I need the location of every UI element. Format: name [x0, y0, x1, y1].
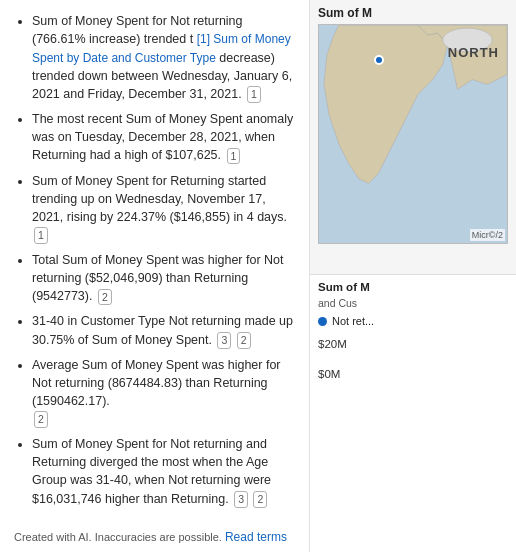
map-visual: NORTH Micr©/2 [318, 24, 508, 244]
map-title: Sum of M [318, 6, 508, 20]
legend-dot-not-returning [318, 317, 327, 326]
badge-7a[interactable]: 3 [234, 491, 248, 508]
chart-section: Sum of M and Cus Not ret... $20M $0M [310, 275, 516, 552]
bullet-text-3: Sum of Money Spent for Returning started… [32, 174, 287, 224]
list-item: 31-40 in Customer Type Not returning mad… [32, 312, 295, 348]
chart-axis-labels: $20M $0M [318, 338, 508, 380]
chart-title: Sum of M [318, 281, 508, 293]
legend-item-not-returning: Not ret... [318, 315, 508, 327]
left-panel: Sum of Money Spent for Not returning (76… [0, 0, 310, 552]
chart-value-0m: $0M [318, 368, 508, 380]
badge-7b[interactable]: 2 [253, 491, 267, 508]
badge-2[interactable]: 1 [227, 148, 241, 165]
badge-3[interactable]: 1 [34, 227, 48, 244]
badge-5a[interactable]: 3 [217, 332, 231, 349]
list-item: The most recent Sum of Money Spent anoma… [32, 110, 295, 164]
list-item: Average Sum of Money Spent was higher fo… [32, 356, 295, 429]
bullet-text-4: Total Sum of Money Spent was higher for … [32, 253, 284, 303]
read-terms-link[interactable]: Read terms [225, 530, 287, 544]
badge-4[interactable]: 2 [98, 289, 112, 306]
main-container: Sum of Money Spent for Not returning (76… [0, 0, 516, 552]
list-item: Total Sum of Money Spent was higher for … [32, 251, 295, 305]
list-item: Sum of Money Spent for Not returning (76… [32, 12, 295, 103]
footnote-text: Created with AI. Inaccuracies are possib… [14, 531, 222, 543]
microsoft-badge: Micr©/2 [470, 229, 505, 241]
insights-list: Sum of Money Spent for Not returning (76… [14, 12, 295, 515]
badge-5b[interactable]: 2 [237, 332, 251, 349]
bullet-text-6: Average Sum of Money Spent was higher fo… [32, 358, 281, 408]
legend-label-not-returning: Not ret... [332, 315, 374, 327]
footnote-area: Created with AI. Inaccuracies are possib… [14, 524, 295, 544]
chart-subtitle: and Cus [318, 297, 508, 309]
chart-value-20m: $20M [318, 338, 508, 350]
bullet-text-2: The most recent Sum of Money Spent anoma… [32, 112, 293, 162]
badge-6[interactable]: 2 [34, 411, 48, 428]
right-panel: Sum of M NORTH Micr©/2 S [310, 0, 516, 552]
list-item: Sum of Money Spent for Not returning and… [32, 435, 295, 508]
list-item: Sum of Money Spent for Returning started… [32, 172, 295, 245]
badge-1[interactable]: 1 [247, 86, 261, 103]
map-section: Sum of M NORTH Micr©/2 [310, 0, 516, 275]
map-dot [374, 55, 384, 65]
map-region-label: NORTH [448, 45, 499, 60]
bullet-text-5: 31-40 in Customer Type Not returning mad… [32, 314, 293, 346]
